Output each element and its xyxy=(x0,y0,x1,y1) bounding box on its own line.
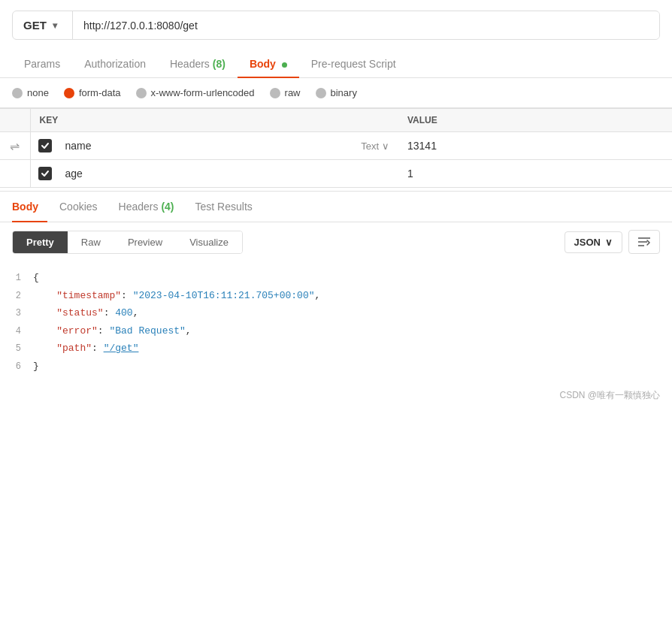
radio-circle-none xyxy=(12,88,23,98)
col-key-header: KEY xyxy=(30,109,398,132)
response-tabs: Body Cookies Headers (4) Test Results xyxy=(0,192,672,222)
radio-label-urlencoded: x-www-form-urlencoded xyxy=(151,87,255,98)
radio-label-none: none xyxy=(27,87,49,98)
row2-value-text: 1 xyxy=(398,160,422,187)
line-num-5: 5 xyxy=(6,341,33,358)
row2-checkbox[interactable] xyxy=(31,161,59,186)
col-actions xyxy=(0,109,30,132)
row1-value-cell: 13141 xyxy=(398,132,672,160)
radio-label-form-data: form-data xyxy=(79,87,121,98)
resp-tab-cookies[interactable]: Cookies xyxy=(59,192,107,222)
radio-circle-raw xyxy=(270,88,280,98)
radio-circle-form-data xyxy=(64,88,74,98)
json-format-label: JSON xyxy=(574,237,601,248)
table-row: age 1 xyxy=(0,160,672,188)
response-section: Body Cookies Headers (4) Test Results Pr… xyxy=(0,191,672,408)
radio-label-binary: binary xyxy=(331,87,357,98)
top-tabs: Params Authorization Headers (8) Body Pr… xyxy=(0,50,672,78)
tab-body[interactable]: Body xyxy=(238,50,299,77)
resp-tab-body[interactable]: Body xyxy=(12,192,47,222)
method-select[interactable]: GET ▾ xyxy=(13,11,73,39)
row2-value-cell: 1 xyxy=(398,160,672,188)
body-type-radio-group: none form-data x-www-form-urlencoded raw… xyxy=(0,78,672,108)
chevron-down-icon: ▾ xyxy=(53,20,57,31)
radio-binary[interactable]: binary xyxy=(316,87,357,98)
method-label: GET xyxy=(23,19,47,32)
row1-value-text: 13141 xyxy=(398,132,446,159)
row1-checkbox[interactable] xyxy=(31,133,59,159)
row2-actions xyxy=(0,160,30,188)
json-line-1: 1 { xyxy=(0,269,672,287)
json-line-6: 6 } xyxy=(0,358,672,376)
resp-tab-test-results[interactable]: Test Results xyxy=(195,192,262,222)
body-active-dot xyxy=(282,62,287,68)
line-num-2: 2 xyxy=(6,288,33,305)
format-tab-preview[interactable]: Preview xyxy=(114,231,176,253)
format-right-controls: JSON ∨ xyxy=(565,230,660,254)
json-line-2: 2 "timestamp" : "2023-04-10T16:11:21.705… xyxy=(0,287,672,305)
form-data-table: KEY VALUE ⇌ name xyxy=(0,108,672,188)
radio-form-data[interactable]: form-data xyxy=(64,87,121,98)
url-input[interactable] xyxy=(73,12,659,39)
resp-tab-headers[interactable]: Headers (4) xyxy=(119,192,183,222)
json-viewer: 1 { 2 "timestamp" : "2023-04-10T16:11:21… xyxy=(0,261,672,383)
format-tab-visualize[interactable]: Visualize xyxy=(176,231,242,253)
watermark: CSDN @唯有一颗慎独心 xyxy=(0,383,672,408)
wrap-button[interactable] xyxy=(628,230,660,254)
wrap-icon xyxy=(637,235,652,249)
line-num-1: 1 xyxy=(6,270,33,287)
tab-headers[interactable]: Headers (8) xyxy=(158,50,238,77)
tab-params[interactable]: Params xyxy=(12,50,72,77)
radio-label-raw: raw xyxy=(285,87,301,98)
type-chevron-icon: ∨ xyxy=(382,140,389,152)
row1-actions: ⇌ xyxy=(0,132,30,160)
radio-none[interactable]: none xyxy=(12,87,49,98)
json-line-5: 5 "path" : "/get" xyxy=(0,340,672,358)
json-line-4: 4 "error" : "Bad Request" , xyxy=(0,322,672,340)
row1-key-cell: name Text ∨ xyxy=(30,132,398,160)
tab-pre-request[interactable]: Pre-request Script xyxy=(299,50,408,77)
line-num-4: 4 xyxy=(6,324,33,340)
path-link[interactable]: "/get" xyxy=(104,340,139,357)
table-row: ⇌ name Text ∨ xyxy=(0,132,672,160)
json-format-select[interactable]: JSON ∨ xyxy=(565,231,622,253)
radio-circle-binary xyxy=(316,88,326,98)
radio-urlencoded[interactable]: x-www-form-urlencoded xyxy=(136,87,255,98)
row2-key-cell: age xyxy=(30,160,398,188)
radio-raw[interactable]: raw xyxy=(270,87,301,98)
json-line-3: 3 "status" : 400 , xyxy=(0,304,672,322)
row1-type-label: Text xyxy=(361,140,379,152)
col-value-header: VALUE xyxy=(398,109,672,132)
sort-icon[interactable]: ⇌ xyxy=(10,140,20,152)
line-num-6: 6 xyxy=(6,359,33,376)
format-tab-raw[interactable]: Raw xyxy=(68,231,114,253)
format-tab-pretty[interactable]: Pretty xyxy=(13,231,68,253)
row1-key-text: name xyxy=(59,132,353,159)
row1-type-badge[interactable]: Text ∨ xyxy=(352,140,398,152)
format-tabs: Pretty Raw Preview Visualize xyxy=(12,231,243,254)
radio-circle-urlencoded xyxy=(136,88,147,98)
line-num-3: 3 xyxy=(6,306,33,322)
url-bar: GET ▾ xyxy=(12,11,660,40)
tab-authorization[interactable]: Authorization xyxy=(72,50,158,77)
format-row: Pretty Raw Preview Visualize JSON ∨ xyxy=(0,222,672,261)
row2-key-text: age xyxy=(59,160,399,187)
json-chevron-icon: ∨ xyxy=(605,237,613,248)
